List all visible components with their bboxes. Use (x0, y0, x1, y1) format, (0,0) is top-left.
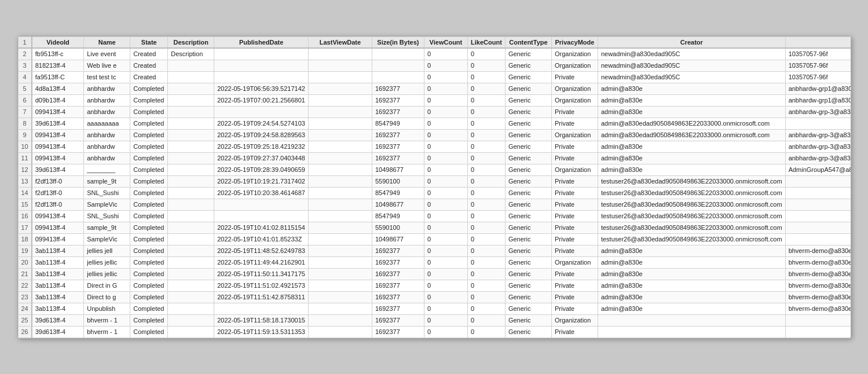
cell-owners: 10357057-96f (785, 71, 850, 83)
cell-name: sample_9t (84, 175, 130, 187)
cell-owners (785, 326, 850, 338)
cell-privacyMode: Organization (551, 48, 598, 60)
cell-lastViewDate (308, 314, 372, 326)
spreadsheet-wrapper[interactable]: 1 VideoIdNameStateDescriptionPublishedDa… (18, 36, 851, 338)
row-number: 19 (18, 245, 32, 256)
cell-lastViewDate (308, 245, 372, 256)
cell-lastViewDate (308, 175, 372, 187)
cell-videoid: 39d613ff-4 (32, 118, 84, 129)
cell-name: SNL_Sushi (84, 187, 130, 199)
cell-videoid: 099413ff-4 (32, 152, 84, 164)
cell-size: 1692377 (372, 326, 424, 338)
cell-privacyMode: Private (551, 268, 598, 280)
cell-lastViewDate (308, 199, 372, 210)
cell-owners (785, 175, 850, 187)
cell-creator: admin@a830edad9050849863E22033000.onmicr… (598, 129, 785, 141)
column-header-description: Description (168, 36, 214, 48)
cell-state: Completed (130, 83, 168, 94)
cell-lastViewDate (308, 83, 372, 94)
cell-creator: admin@a830e (598, 268, 785, 280)
cell-creator: newadmin@a830edad905C (598, 60, 785, 71)
cell-name: ________ (84, 164, 130, 175)
cell-likeCount: 0 (467, 245, 505, 256)
cell-viewCount: 0 (424, 199, 467, 210)
row-number: 18 (18, 233, 32, 245)
cell-publishedDate (214, 106, 309, 118)
cell-videoid: f2df13ff-0 (32, 199, 84, 210)
table-row: 9099413ff-4anbhardwCompleted2022-05-19T0… (18, 129, 851, 141)
cell-creator: newadmin@a830edad905C (598, 48, 785, 60)
cell-viewCount: 0 (424, 233, 467, 245)
cell-publishedDate: 2022-05-19T11:51:02.4921573 (214, 280, 309, 291)
cell-contentType: Generic (505, 94, 551, 106)
cell-description (168, 233, 214, 245)
row-number: 15 (18, 199, 32, 210)
cell-owners: bhverm-demo@a830edad9050849863E22033000.… (785, 268, 850, 280)
column-header-privacyMode: PrivacyMode (551, 36, 598, 48)
table-row: 17099413ff-4sample_9tCompleted2022-05-19… (18, 222, 851, 233)
cell-privacyMode: Organization (551, 60, 598, 71)
cell-size: 5590100 (372, 175, 424, 187)
cell-contentType: Generic (505, 83, 551, 94)
row-number: 14 (18, 187, 32, 199)
cell-lastViewDate (308, 187, 372, 199)
cell-description (168, 303, 214, 314)
cell-viewCount: 0 (424, 303, 467, 314)
cell-videoid: 099413ff-4 (32, 222, 84, 233)
cell-publishedDate (214, 60, 309, 71)
cell-viewCount: 0 (424, 256, 467, 268)
row-num-header: 1 (18, 36, 32, 48)
cell-state: Completed (130, 118, 168, 129)
cell-contentType: Generic (505, 175, 551, 187)
cell-description (168, 210, 214, 222)
cell-privacyMode: Private (551, 199, 598, 210)
cell-owners: anbhardw-grp-3@a830edad9050849863E220330… (785, 141, 850, 152)
row-number: 11 (18, 152, 32, 164)
cell-viewCount: 0 (424, 314, 467, 326)
cell-likeCount: 0 (467, 233, 505, 245)
cell-privacyMode: Private (551, 291, 598, 303)
cell-creator: testuser26@a830edad9050849863E22033000.o… (598, 222, 785, 233)
cell-lastViewDate (308, 280, 372, 291)
cell-size: 5590100 (372, 222, 424, 233)
row-number: 7 (18, 106, 32, 118)
column-header-size: Size(in Bytes) (372, 36, 424, 48)
cell-name: Web live e (84, 60, 130, 71)
cell-creator: testuser26@a830edad9050849863E22033000.o… (598, 210, 785, 222)
cell-contentType: Generic (505, 314, 551, 326)
cell-size: 8547949 (372, 210, 424, 222)
cell-lastViewDate (308, 291, 372, 303)
cell-publishedDate: 2022-05-19T10:20:38.4614687 (214, 187, 309, 199)
cell-publishedDate: 2022-05-19T09:28:39.0490659 (214, 164, 309, 175)
cell-videoid: 39d613ff-4 (32, 164, 84, 175)
cell-videoid: fb9513ff-c (32, 48, 84, 60)
cell-size: 8547949 (372, 187, 424, 199)
cell-likeCount: 0 (467, 256, 505, 268)
cell-name: SampleVic (84, 233, 130, 245)
table-row: 11099413ff-4anbhardwCompleted2022-05-19T… (18, 152, 851, 164)
cell-description (168, 141, 214, 152)
cell-state: Completed (130, 303, 168, 314)
cell-owners: AdminGroupA547@a830edad9050849863E220330… (785, 164, 850, 175)
cell-likeCount: 0 (467, 291, 505, 303)
cell-publishedDate (214, 71, 309, 83)
cell-publishedDate (214, 199, 309, 210)
cell-videoid: 099413ff-4 (32, 106, 84, 118)
table-row: 7099413ff-4anbhardwCompleted169237700Gen… (18, 106, 851, 118)
cell-lastViewDate (308, 222, 372, 233)
cell-likeCount: 0 (467, 152, 505, 164)
cell-creator: newadmin@a830edad905C (598, 71, 785, 83)
cell-privacyMode: Private (551, 280, 598, 291)
column-header-name: Name (84, 36, 130, 48)
cell-videoid: 099413ff-4 (32, 233, 84, 245)
table-row: 18099413ff-4SampleVicCompleted2022-05-19… (18, 233, 851, 245)
cell-state: Created (130, 60, 168, 71)
table-row: 193ab113ff-4jellies jellCompleted2022-05… (18, 245, 851, 256)
cell-likeCount: 0 (467, 141, 505, 152)
cell-state: Completed (130, 175, 168, 187)
cell-creator: admin@a830e (598, 256, 785, 268)
cell-videoid: 3ab113ff-4 (32, 291, 84, 303)
cell-description (168, 199, 214, 210)
cell-lastViewDate (308, 60, 372, 71)
cell-state: Created (130, 48, 168, 60)
